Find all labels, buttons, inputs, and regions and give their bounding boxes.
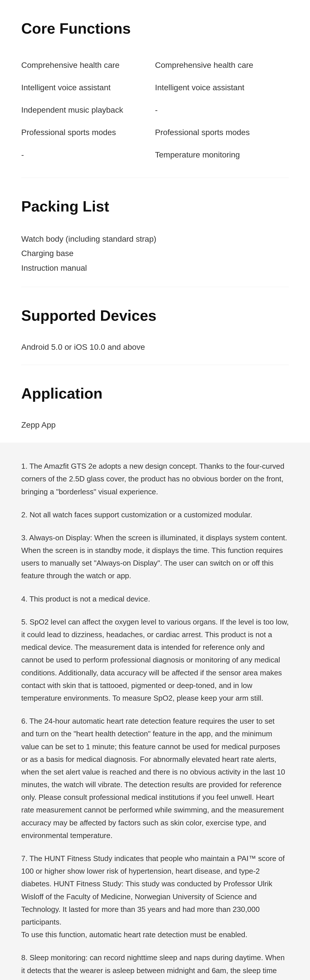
table-cell-col1: Professional sports modes [21, 121, 155, 144]
note-item-5: 5. SpO2 level can affect the oxygen leve… [21, 616, 289, 705]
table-row: Independent music playback- [21, 99, 289, 121]
table-row: Intelligent voice assistantIntelligent v… [21, 76, 289, 99]
note-item-6: 6. The 24-hour automatic heart rate dete… [21, 715, 289, 842]
table-cell-col2: Temperature monitoring [155, 144, 289, 166]
table-row: -Temperature monitoring [21, 144, 289, 166]
table-cell-col1: Intelligent voice assistant [21, 76, 155, 99]
table-cell-col1: Independent music playback [21, 99, 155, 121]
list-item: Charging base [21, 246, 289, 261]
application-title: Application [21, 382, 289, 405]
table-cell-col2: Intelligent voice assistant [155, 76, 289, 99]
core-functions-title: Core Functions [21, 17, 289, 40]
table-cell-col2: - [155, 99, 289, 121]
notes-container: 1. The Amazfit GTS 2e adopts a new desig… [21, 460, 289, 980]
application-text: Zepp App [21, 419, 289, 431]
packing-list-title: Packing List [21, 195, 289, 218]
table-cell-col2: Professional sports modes [155, 121, 289, 144]
packing-list-items: Watch body (including standard strap)Cha… [21, 232, 289, 275]
application-section: Application Zepp App [0, 365, 310, 442]
table-cell-col2: Comprehensive health care [155, 54, 289, 76]
supported-devices-title: Supported Devices [21, 304, 289, 327]
table-cell-col1: Comprehensive health care [21, 54, 155, 76]
list-item: Instruction manual [21, 261, 289, 275]
note-item-8: 8. Sleep monitoring: can record nighttim… [21, 951, 289, 980]
note-item-4: 4. This product is not a medical device. [21, 593, 289, 605]
table-row: Comprehensive health careComprehensive h… [21, 54, 289, 76]
note-item-7: 7. The HUNT Fitness Study indicates that… [21, 852, 289, 941]
table-row: Professional sports modesProfessional sp… [21, 121, 289, 144]
core-functions-section: Core Functions Comprehensive health care… [0, 0, 310, 178]
note-item-1: 1. The Amazfit GTS 2e adopts a new desig… [21, 460, 289, 498]
packing-list-section: Packing List Watch body (including stand… [0, 178, 310, 287]
supported-devices-section: Supported Devices Android 5.0 or iOS 10.… [0, 287, 310, 365]
list-item: Watch body (including standard strap) [21, 232, 289, 246]
core-functions-table: Comprehensive health careComprehensive h… [21, 54, 289, 166]
note-item-3: 3. Always-on Display: When the screen is… [21, 531, 289, 582]
supported-devices-text: Android 5.0 or iOS 10.0 and above [21, 341, 289, 353]
note-item-2: 2. Not all watch faces support customiza… [21, 508, 289, 521]
notes-section: 1. The Amazfit GTS 2e adopts a new desig… [0, 442, 310, 980]
table-cell-col1: - [21, 144, 155, 166]
